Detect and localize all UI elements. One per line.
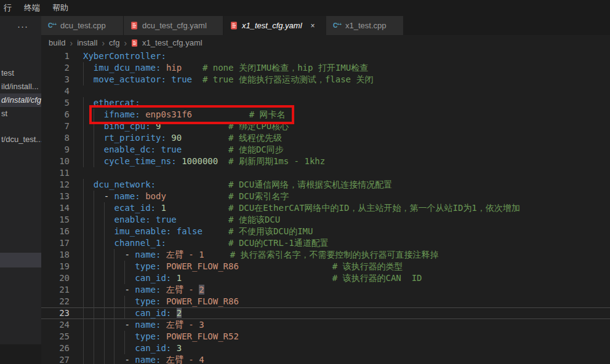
line-number[interactable]: 9 [41, 144, 70, 156]
code-line[interactable]: 18 - name: 左臂 - 1 # 执行器索引名字，不需要控制的执行器可直接… [41, 249, 610, 261]
editor-group: C++ dcu_test.cpp dcu_test_cfg.yaml x1_te… [41, 16, 610, 364]
menu-item-help[interactable]: 帮助 [50, 2, 70, 14]
line-number[interactable]: 19 [41, 261, 70, 272]
indent-guide [114, 319, 114, 331]
indent-guide [94, 202, 94, 214]
tab-label: x1_test.cpp [345, 21, 387, 30]
indent-guide [104, 354, 105, 364]
line-number[interactable]: 16 [41, 226, 70, 237]
tab-x1-test-cpp[interactable]: C++ x1_test.cpp [326, 16, 404, 35]
code-line[interactable]: 9 enable_dc: true # 使能DC同步 [41, 144, 610, 156]
code-line[interactable]: 5 ethercat: [41, 97, 610, 109]
line-number[interactable]: 2 [41, 62, 70, 74]
indent-guide [124, 272, 125, 284]
code-line[interactable]: 11 [41, 167, 610, 179]
line-number[interactable]: 22 [41, 296, 70, 307]
indent-guide [83, 144, 84, 156]
indent-guide [83, 272, 84, 284]
code-line[interactable]: 13 - name: body # DCU索引名字 [41, 191, 610, 202]
code-line[interactable]: 26 can_id: 3 [41, 342, 610, 354]
code-text: can_id: 2 [83, 307, 182, 319]
menu-item-terminal[interactable]: 终端 [22, 2, 42, 14]
tab-dcu-test-cfg-yaml[interactable]: dcu_test_cfg.yaml [124, 16, 223, 35]
sidebar-item[interactable]: ild/install... [0, 80, 41, 93]
indent-guide [94, 214, 94, 226]
line-number[interactable]: 14 [41, 202, 70, 214]
sidebar-item[interactable]: st [0, 107, 41, 121]
line-number[interactable]: 13 [41, 191, 70, 202]
line-number[interactable]: 1 [41, 50, 70, 62]
code-line[interactable]: 12 dcu_network: # DCU通信网络，请根据实机连接情况配置 [41, 179, 610, 191]
code-line[interactable]: 21 - name: 左臂 - 2 [41, 284, 610, 296]
code-text: imu_enable: false # 不使用该DCU的IMU [83, 226, 313, 237]
cpp-icon: C++ [332, 21, 342, 30]
code-line[interactable]: 10 cycle_time_ns: 1000000 # 刷新周期1ms - 1k… [41, 156, 610, 167]
code-text: - name: 左臂 - 4 [83, 354, 204, 364]
line-number[interactable]: 3 [41, 74, 70, 85]
code-editor[interactable]: 1XyberController:2 imu_dcu_name: hip # n… [41, 50, 610, 364]
line-number[interactable]: 23 [41, 307, 70, 319]
code-line[interactable]: 8 rt_priority: 90 # 线程优先级 [41, 132, 610, 144]
code-text: - name: 左臂 - 1 # 执行器索引名字，不需要控制的执行器可直接注释掉 [83, 249, 439, 261]
code-line[interactable]: 1XyberController: [41, 50, 610, 62]
breadcrumb-segment[interactable]: install [77, 38, 97, 47]
line-number[interactable]: 12 [41, 179, 70, 191]
line-number[interactable]: 7 [41, 121, 70, 132]
cpp-icon: C++ [47, 21, 57, 30]
code-line[interactable]: 6 ifname: enp0s31f6 # 网卡名 [41, 109, 610, 121]
line-number[interactable]: 25 [41, 331, 70, 342]
code-line[interactable]: 20 can_id: 1 # 该执行器的CAN ID [41, 272, 610, 284]
code-line[interactable]: 4 [41, 85, 610, 97]
code-text: type: POWER_FLOW_R52 [83, 331, 239, 342]
line-number[interactable]: 15 [41, 214, 70, 226]
indent-guide [83, 226, 84, 237]
code-line[interactable]: 17 channel_1: # DCU的CTRL-1通道配置 [41, 237, 610, 249]
sidebar-selected-row[interactable] [0, 253, 41, 267]
code-line[interactable]: 22 type: POWER_FLOW_R86 [41, 296, 610, 307]
indent-guide [104, 342, 105, 354]
menu-item-run[interactable]: 行 [2, 2, 14, 14]
indent-guide [83, 214, 84, 226]
line-number[interactable]: 6 [41, 109, 70, 121]
sidebar-item-selected[interactable]: d/install/cfg [0, 93, 41, 107]
breadcrumb-segment[interactable]: build [49, 38, 65, 47]
indent-guide [83, 249, 84, 261]
chevron-right-icon: › [124, 38, 127, 48]
code-line[interactable]: 2 imu_dcu_name: hip # none 关闭IMU检查，hip 打… [41, 62, 610, 74]
code-text: type: POWER_FLOW_R86 # 该执行器的类型 [83, 261, 403, 272]
indent-guide [104, 214, 105, 226]
line-number[interactable]: 24 [41, 319, 70, 331]
code-line[interactable]: 14 ecat_id: 1 # DCU在EtherCAT网络中的ID，从主站开始… [41, 202, 610, 214]
more-actions-icon[interactable]: ··· [17, 21, 28, 31]
line-number[interactable]: 26 [41, 342, 70, 354]
line-number[interactable]: 17 [41, 237, 70, 249]
line-number[interactable]: 11 [41, 167, 70, 179]
breadcrumb-file[interactable]: x1_test_cfg.yaml [142, 38, 203, 47]
code-line[interactable]: 27 - name: 左臂 - 4 [41, 354, 610, 364]
code-line[interactable]: 16 imu_enable: false # 不使用该DCU的IMU [41, 226, 610, 237]
code-line[interactable]: 19 type: POWER_FLOW_R86 # 该执行器的类型 [41, 261, 610, 272]
line-number[interactable]: 27 [41, 354, 70, 364]
line-number[interactable]: 18 [41, 249, 70, 261]
tab-x1-test-cfg-yaml[interactable]: x1_test_cfg.yaml × [223, 16, 326, 35]
line-number[interactable]: 21 [41, 284, 70, 296]
indent-guide [94, 272, 94, 284]
code-line[interactable]: 7 bind_cpu: 9 # 绑定CPU核心 [41, 121, 610, 132]
sidebar-item[interactable]: test [0, 66, 41, 80]
line-number[interactable]: 10 [41, 156, 70, 167]
breadcrumb-segment[interactable]: cfg [109, 38, 119, 47]
close-icon[interactable]: × [311, 22, 315, 30]
sidebar-item[interactable]: t/dcu_test... [0, 133, 41, 146]
tab-dcu-test-cpp[interactable]: C++ dcu_test.cpp [41, 16, 124, 35]
line-number[interactable]: 8 [41, 132, 70, 144]
code-line[interactable]: 3 move_actuator: true # true 使能执行器运动测试，f… [41, 74, 610, 85]
code-line[interactable]: 23 can_id: 2 [41, 307, 610, 319]
code-text: channel_1: # DCU的CTRL-1通道配置 [83, 237, 329, 249]
line-number[interactable]: 20 [41, 272, 70, 284]
code-line[interactable]: 24 - name: 左臂 - 3 [41, 319, 610, 331]
line-number[interactable]: 4 [41, 85, 70, 97]
code-line[interactable]: 15 enable: true # 使能该DCU [41, 214, 610, 226]
line-number[interactable]: 5 [41, 97, 70, 109]
code-line[interactable]: 25 type: POWER_FLOW_R52 [41, 331, 610, 342]
indent-guide [114, 296, 114, 307]
